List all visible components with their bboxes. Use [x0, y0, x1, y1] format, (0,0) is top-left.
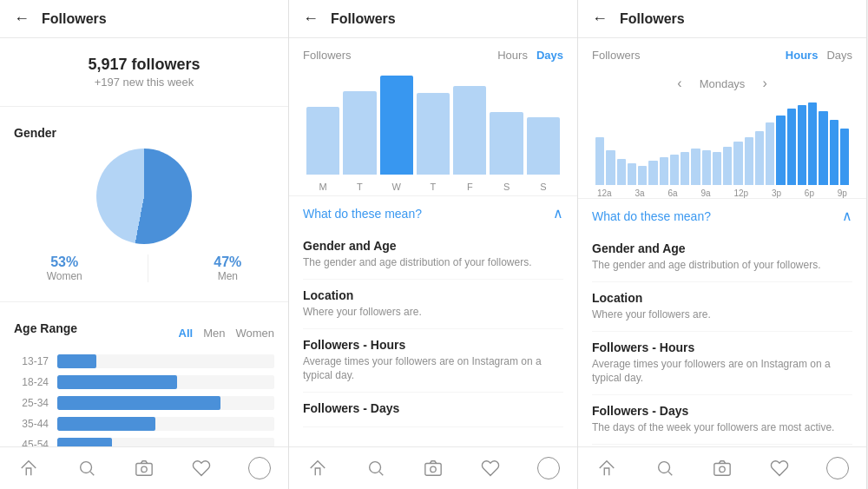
page-title-1: Followers	[42, 11, 107, 27]
followers-new: +197 new this week	[14, 76, 274, 89]
age-bar-35-44: 35-44	[14, 417, 274, 431]
what-chevron-3: ∧	[842, 208, 852, 224]
age-label-25-34: 25-34	[14, 397, 49, 409]
nav-heart-3[interactable]	[768, 457, 791, 479]
day-label-3: Mondays	[700, 77, 746, 90]
age-filter-men[interactable]: Men	[203, 327, 225, 340]
age-bar-bg-25-34	[57, 396, 274, 410]
svg-point-8	[658, 462, 669, 473]
age-label-45-54: 45-54	[14, 439, 49, 446]
nav-heart-2[interactable]	[479, 457, 502, 479]
age-section: Age Range All Men Women 13-17 18-24	[0, 311, 288, 446]
bar-col	[453, 70, 486, 175]
age-label-18-24: 18-24	[14, 376, 49, 388]
panel-3: ← Followers Followers Hours Days ‹ Monda…	[578, 0, 867, 489]
nav-home-2[interactable]	[306, 457, 329, 479]
age-bar-fill-45-54	[57, 438, 112, 446]
info-item-desc: The gender and age distribution of your …	[303, 255, 563, 270]
filter-days-2[interactable]: Days	[536, 49, 563, 62]
gender-section: Gender 53% Women 47% Men	[0, 116, 288, 293]
pie-legend: 53% Women 47% Men	[14, 254, 274, 282]
followers-count-section: 5,917 followers +197 new this week	[0, 38, 288, 97]
bar-col	[380, 70, 413, 175]
header-3: ← Followers	[578, 0, 866, 38]
header-2: ← Followers	[289, 0, 577, 38]
hourly-bar	[830, 120, 838, 185]
bar-chart-container-2: MTWTFSS	[303, 70, 563, 195]
hourly-bar	[713, 152, 721, 185]
nav-home-1[interactable]	[17, 457, 40, 479]
info-item: Gender and AgeThe gender and age distrib…	[592, 233, 852, 282]
legend-women: 53% Women	[47, 254, 82, 282]
age-bar-bg-13-17	[57, 354, 274, 368]
age-filter-women[interactable]: Women	[235, 327, 274, 340]
info-item: Followers - DaysThe days of the week you…	[592, 395, 852, 445]
chart-filter-row-2: Followers Hours Days	[303, 49, 563, 62]
panel-3-content: Followers Hours Days ‹ Mondays › 12a 3a …	[578, 38, 866, 446]
nav-profile-2[interactable]	[537, 457, 560, 479]
nav-home-3[interactable]	[595, 457, 618, 479]
age-bar-bg-45-54	[57, 438, 274, 446]
bar-chart-3	[595, 98, 849, 185]
time-label-12a: 12a	[597, 188, 612, 198]
what-row-2[interactable]: What do these mean? ∧	[303, 205, 563, 221]
nav-row-3: ‹ Mondays ›	[592, 70, 852, 98]
info-item-desc: Average times your followers are on Inst…	[592, 357, 852, 387]
what-text-2: What do these mean?	[303, 207, 422, 221]
hourly-bar	[638, 166, 647, 185]
bar	[343, 91, 376, 175]
nav-profile-3[interactable]	[826, 457, 849, 479]
back-button-3[interactable]: ←	[592, 10, 608, 28]
filter-hours-3[interactable]: Hours	[786, 49, 819, 62]
back-button-1[interactable]: ←	[14, 10, 30, 28]
svg-rect-6	[425, 464, 441, 476]
svg-point-7	[431, 466, 436, 472]
divider-2	[0, 301, 288, 302]
bar-col	[490, 70, 523, 175]
filter-hours-2[interactable]: Hours	[497, 49, 528, 62]
page-title-3: Followers	[620, 11, 685, 27]
svg-rect-2	[136, 464, 152, 476]
filter-days-3[interactable]: Days	[826, 49, 852, 62]
what-row-3[interactable]: What do these mean? ∧	[592, 208, 852, 224]
bottom-nav-2	[289, 446, 577, 489]
what-chevron-2: ∧	[553, 205, 563, 221]
bar-label: T	[343, 178, 376, 195]
nav-search-1[interactable]	[76, 457, 98, 479]
men-label: Men	[218, 270, 238, 282]
prev-arrow-3[interactable]: ‹	[677, 76, 681, 91]
hourly-bar	[787, 109, 796, 185]
hourly-bar	[776, 116, 785, 185]
what-section-2: What do these mean? ∧	[289, 195, 577, 230]
nav-camera-1[interactable]	[133, 457, 155, 479]
time-label-3p: 3p	[772, 188, 781, 198]
info-item-desc: Where your followers are.	[592, 307, 852, 322]
nav-search-2[interactable]	[365, 457, 387, 479]
bar-label: F	[453, 178, 486, 195]
bar-label: S	[527, 178, 560, 195]
svg-line-1	[90, 472, 94, 475]
time-label-9p: 9p	[838, 188, 847, 198]
nav-camera-2[interactable]	[422, 457, 444, 479]
bar-col	[527, 70, 560, 175]
age-bar-13-17: 13-17	[14, 354, 274, 368]
bar	[306, 107, 339, 175]
legend-men: 47% Men	[214, 254, 241, 282]
hourly-bar	[660, 157, 668, 185]
back-button-2[interactable]: ←	[303, 10, 319, 28]
nav-camera-3[interactable]	[711, 457, 733, 479]
nav-search-3[interactable]	[654, 457, 676, 479]
bar	[453, 86, 486, 175]
bar-label: S	[490, 178, 523, 195]
panel-2: ← Followers Followers Hours Days MTWTFSS	[289, 0, 578, 489]
nav-heart-1[interactable]	[190, 457, 213, 479]
next-arrow-3[interactable]: ›	[762, 76, 766, 91]
bar-col	[343, 70, 376, 175]
age-filter-all[interactable]: All	[179, 327, 194, 340]
women-percent: 53%	[50, 254, 78, 270]
age-bar-25-34: 25-34	[14, 396, 274, 410]
info-item-title: Followers - Hours	[592, 340, 852, 354]
info-items-3: Gender and AgeThe gender and age distrib…	[578, 233, 866, 445]
page-title-2: Followers	[331, 11, 396, 27]
nav-profile-1[interactable]	[248, 457, 271, 479]
